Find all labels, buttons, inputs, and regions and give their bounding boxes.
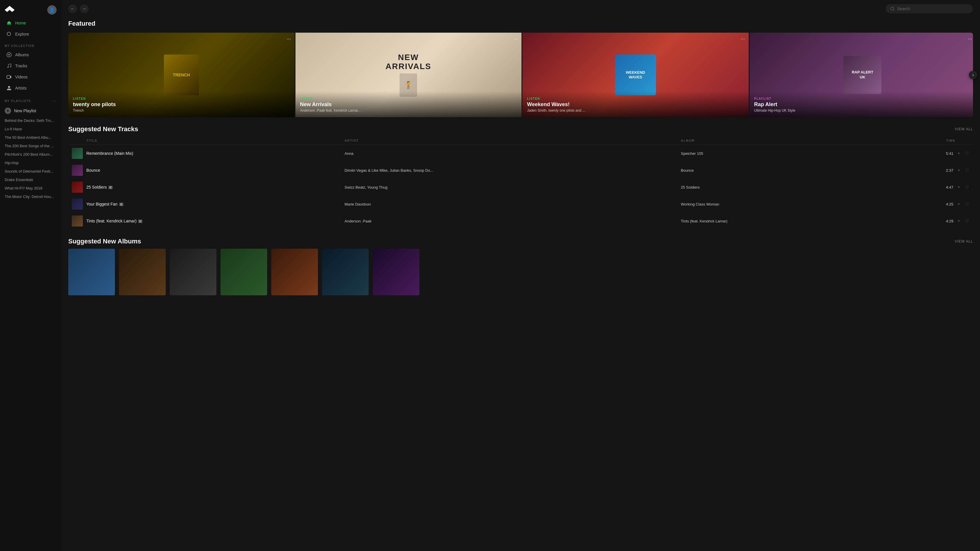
card-overlay: LISTEN Weekend Waves! Jaden Smith, twent… [522, 91, 749, 117]
card-type-label: LISTEN [527, 97, 744, 100]
playlist-list: Behind the Decks: Seth Tro...Lo-fi HazeT… [0, 116, 61, 201]
col-time: TIME [865, 137, 973, 145]
card-type-label: LISTEN [73, 97, 290, 100]
album-card[interactable] [119, 249, 165, 295]
explicit-badge: E [138, 219, 142, 223]
albums-view-all-button[interactable]: View all [955, 239, 973, 243]
plus-icon: + [5, 108, 11, 114]
suggested-albums-header: Suggested New Albums View all [68, 238, 973, 245]
track-duration: 2:37 [946, 168, 953, 173]
playlists-more-button[interactable]: ··· [52, 98, 57, 103]
playlist-item[interactable]: Lo-fi Haze [0, 125, 61, 133]
favorite-track-button[interactable]: ♡ [964, 167, 969, 174]
favorite-track-button[interactable]: ♡ [964, 150, 969, 157]
favorite-track-button[interactable]: ♡ [964, 218, 969, 224]
table-row[interactable]: Remembrance (Main Mix) Anna Speicher 105… [68, 145, 973, 162]
playlist-item[interactable]: Sounds of Dekmantel Festi... [0, 167, 61, 176]
favorite-track-button[interactable]: ♡ [964, 184, 969, 191]
featured-next-button[interactable]: › [969, 71, 977, 79]
sidebar-item-albums[interactable]: Albums [2, 49, 59, 60]
tracks-view-all-button[interactable]: View all [955, 127, 973, 131]
my-collection-label: MY COLLECTION [0, 40, 61, 49]
playlist-item[interactable]: The 50 Best Ambient Albu... [0, 133, 61, 142]
featured-card-arrivals[interactable]: NEWARRIVALS 🧍 LISTEN New Arrivals Anders… [296, 33, 522, 117]
card-overlay: PLAYLIST Rap Alert Ultimate Hip-Hop UK S… [749, 91, 973, 117]
card-options-button[interactable]: ··· [286, 36, 291, 41]
sidebar: 👤 Home Explore MY COLLECTION Albums Trac… [0, 0, 61, 551]
playlist-item[interactable]: Pitchfork's 200 Best Album... [0, 150, 61, 159]
sidebar-item-home[interactable]: Home [2, 18, 59, 28]
playlist-item[interactable]: The Motor City: Detroit Hou... [0, 192, 61, 201]
track-thumbnail [72, 216, 83, 227]
featured-card-trench[interactable]: TRENCH LISTEN twenty one pilots Trench ·… [68, 33, 294, 117]
track-name: Tints (feat. Kendrick Lamar)E [86, 219, 142, 223]
new-playlist-button[interactable]: + New Playlist [0, 105, 61, 116]
track-album: Working Class Woman [677, 195, 865, 213]
card-overlay: LISTEN New Arrivals Anderson .Paak feat.… [296, 91, 522, 117]
track-duration: 4:29 [946, 219, 953, 223]
svg-point-2 [8, 54, 10, 56]
search-input[interactable] [897, 6, 968, 11]
track-title-cell: Bounce [68, 162, 341, 179]
playlist-item[interactable]: Drake Essentials [0, 176, 61, 184]
explore-icon [6, 32, 12, 37]
table-row[interactable]: Tints (feat. Kendrick Lamar)E Anderson .… [68, 213, 973, 229]
album-card[interactable] [221, 249, 267, 295]
add-track-button[interactable]: + [957, 201, 961, 207]
svg-rect-3 [7, 76, 10, 79]
sidebar-item-artists[interactable]: Artists [2, 83, 59, 93]
tidal-logo[interactable] [5, 6, 14, 14]
album-card[interactable] [322, 249, 369, 295]
favorite-track-button[interactable]: ♡ [964, 201, 969, 208]
add-track-button[interactable]: + [957, 150, 961, 157]
card-options-button[interactable]: ··· [741, 36, 745, 41]
back-button[interactable]: ← [68, 5, 77, 13]
add-track-button[interactable]: + [957, 218, 961, 224]
album-thumbnail [271, 249, 318, 295]
featured-cards-row: TRENCH LISTEN twenty one pilots Trench ·… [68, 33, 973, 117]
suggested-tracks-title: Suggested New Tracks [68, 125, 138, 133]
suggested-tracks-header: Suggested New Tracks View all [68, 125, 973, 133]
sidebar-header: 👤 [0, 0, 61, 17]
card-type-label: LISTEN [300, 97, 517, 100]
playlist-item[interactable]: What Hi-Fi? May 2018 [0, 184, 61, 192]
nav-arrows: ← → [68, 5, 89, 13]
card-options-button[interactable]: ··· [514, 36, 518, 41]
featured-card-waves[interactable]: WEEKENDWAVES LISTEN Weekend Waves! Jaden… [522, 33, 749, 117]
playlist-item[interactable]: Behind the Decks: Seth Tro... [0, 116, 61, 125]
track-time-cell: 4:25 + ♡ [865, 195, 973, 213]
add-track-button[interactable]: + [957, 167, 961, 173]
card-overlay: LISTEN twenty one pilots Trench [68, 91, 294, 117]
playlist-item[interactable]: The 200 Best Songs of the ... [0, 142, 61, 150]
sidebar-item-videos[interactable]: Videos [2, 72, 59, 82]
explicit-badge: E [108, 186, 113, 189]
featured-card-rap[interactable]: RAP ALERTUK PLAYLIST Rap Alert Ultimate … [749, 33, 973, 117]
sidebar-item-tracks[interactable]: Tracks [2, 60, 59, 71]
add-track-button[interactable]: + [957, 184, 961, 191]
album-card[interactable] [373, 249, 419, 295]
track-duration: 4:47 [946, 185, 953, 189]
album-card[interactable] [271, 249, 318, 295]
track-title-cell: Your Biggest FanE [68, 195, 341, 213]
featured-section: TRENCH LISTEN twenty one pilots Trench ·… [68, 33, 973, 117]
my-playlists-label: MY PLAYLISTS [5, 99, 31, 103]
track-thumbnail [72, 165, 83, 176]
suggested-albums-title: Suggested New Albums [68, 238, 141, 245]
tracks-table-header: TITLE ARTIST ALBUM TIME [68, 137, 973, 145]
album-thumbnail [221, 249, 267, 295]
avatar[interactable]: 👤 [47, 5, 57, 14]
track-album: Bounce [677, 162, 865, 179]
card-options-button[interactable]: ··· [968, 36, 972, 41]
table-row[interactable]: Your Biggest FanE Marie Davidson Working… [68, 195, 973, 213]
table-row[interactable]: Bounce Dimitri Vegas & Like Mike, Julian… [68, 162, 973, 179]
track-artist: Swizz Beatz, Young Thug [341, 179, 677, 195]
sidebar-item-explore[interactable]: Explore [2, 29, 59, 40]
forward-button[interactable]: → [80, 5, 89, 13]
table-row[interactable]: 25 SoldiersE Swizz Beatz, Young Thug 25 … [68, 179, 973, 195]
track-name: Your Biggest FanE [86, 202, 123, 206]
album-card[interactable] [170, 249, 216, 295]
playlist-item[interactable]: Hip-Hop [0, 159, 61, 167]
album-thumbnail [170, 249, 216, 295]
albums-row [68, 249, 973, 295]
album-card[interactable] [68, 249, 115, 295]
